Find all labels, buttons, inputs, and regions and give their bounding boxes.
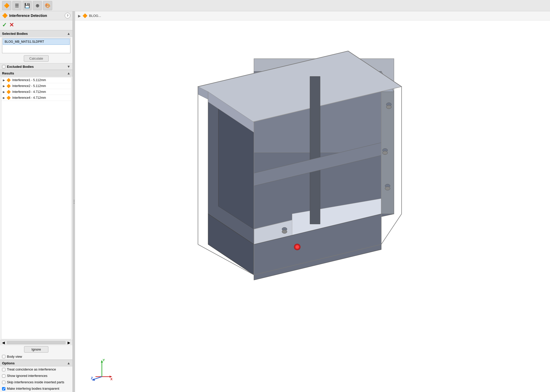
resize-dot-3: [74, 203, 74, 204]
body-view-row: Body view: [0, 354, 72, 360]
resize-dots: [74, 200, 74, 204]
option-row-4: Make interfering bodies transparent: [0, 386, 72, 392]
svg-text:Z: Z: [91, 376, 93, 380]
breadcrumb-arrow: ▶: [78, 14, 81, 18]
option-1-label: Treat coincidence as interference: [7, 367, 56, 372]
svg-point-28: [295, 245, 299, 249]
result-4-arrow: ▶: [3, 96, 5, 100]
results-chevron: ▲: [67, 71, 70, 75]
list-button[interactable]: ☰: [12, 1, 21, 10]
selected-bodies-chevron: ▲: [67, 31, 70, 36]
options-chevron: ▲: [67, 361, 70, 365]
option-row-2: Show ignored interferences: [0, 373, 72, 379]
3d-scene-svg: [75, 20, 550, 392]
resize-dot-1: [74, 200, 74, 201]
result-2-icon: 🔶: [6, 84, 11, 88]
result-3-arrow: ▶: [3, 90, 5, 94]
scroll-left-button[interactable]: ◀: [1, 341, 6, 345]
result-3-icon: 🔶: [6, 90, 11, 94]
option-row-1: Treat coincidence as interference: [0, 366, 72, 373]
svg-text:Y: Y: [103, 359, 105, 362]
results-header[interactable]: Results ▲: [0, 70, 72, 77]
result-1-arrow: ▶: [3, 79, 5, 82]
result-item-4[interactable]: ▶ 🔶 Interference4 - 4.712mm: [1, 95, 71, 101]
option-4-label: Make interfering bodies transparent: [7, 387, 59, 391]
scroll-right-button[interactable]: ▶: [67, 341, 71, 345]
save-button[interactable]: 💾: [23, 1, 32, 10]
body-view-checkbox[interactable]: [2, 355, 5, 358]
option-2-label: Show ignored interferences: [7, 374, 47, 378]
excluded-bodies-row[interactable]: Excluded Bodies ▼: [0, 63, 72, 70]
result-1-label: Interference1 - 5.112mm: [12, 78, 46, 82]
result-2-arrow: ▶: [3, 84, 5, 88]
excluded-bodies-label: Excluded Bodies: [7, 65, 67, 69]
option-2-checkbox[interactable]: [2, 374, 5, 378]
viewport-area: ▶ 🔶 BLOG... ⬡ 🔍 ↻ ◼ ▣: [75, 11, 550, 392]
result-4-icon: 🔶: [6, 96, 11, 100]
option-row-3: Skip interferences inside inserted parts: [0, 379, 72, 386]
svg-point-20: [386, 105, 391, 109]
axis-svg: Y X Z: [90, 359, 113, 382]
selected-bodies-title: Selected Bodies: [2, 32, 67, 36]
panel-title: Interference Detection: [9, 14, 63, 18]
results-list: ▶ 🔶 Interference1 - 5.112mm ▶ 🔶 Interfer…: [1, 77, 71, 339]
result-4-label: Interference4 - 4.712mm: [12, 96, 46, 100]
result-item-2[interactable]: ▶ 🔶 Interference2 - 5.112mm: [1, 83, 71, 89]
result-2-label: Interference2 - 5.112mm: [12, 84, 46, 88]
selected-body-item[interactable]: BLOG_MB_MATS1.SLDPRT: [3, 39, 70, 45]
resize-handle[interactable]: [73, 11, 75, 392]
confirm-button[interactable]: ✓: [2, 22, 7, 28]
breadcrumb-text: BLOG...: [89, 14, 101, 18]
selected-bodies-header[interactable]: Selected Bodies ▲: [0, 30, 72, 37]
result-3-label: Interference3 - 4.712mm: [12, 90, 46, 94]
cancel-button[interactable]: ✕: [9, 22, 14, 28]
selected-body-name: BLOG_MB_MATS1.SLDPRT: [5, 40, 44, 43]
axis-indicator: Y X Z: [90, 359, 113, 382]
top-toolbar: 🔶 ☰ 💾 ⊕ 🎨: [0, 0, 550, 11]
result-item-1[interactable]: ▶ 🔶 Interference1 - 5.112mm: [1, 77, 71, 83]
svg-point-24: [385, 187, 390, 190]
options-section: Options ▲ Treat coincidence as interfere…: [0, 360, 72, 392]
option-3-checkbox[interactable]: [2, 381, 5, 384]
interference-detection-icon: 🔶: [2, 13, 8, 18]
excluded-bodies-chevron: ▼: [67, 64, 70, 69]
option-3-label: Skip interferences inside inserted parts: [7, 380, 64, 385]
scrollbar-container: ◀ ▶: [0, 340, 72, 345]
result-item-3[interactable]: ▶ 🔶 Interference3 - 4.712mm: [1, 89, 71, 95]
body-view-label: Body view: [7, 355, 22, 358]
option-1-checkbox[interactable]: [2, 368, 5, 371]
calculate-button[interactable]: Calculate: [24, 55, 48, 62]
options-header[interactable]: Options ▲: [0, 360, 72, 366]
selected-bodies-list: BLOG_MB_MATS1.SLDPRT: [2, 38, 70, 53]
result-1-icon: 🔶: [6, 78, 11, 82]
viewport-3d[interactable]: ⬡ 🔍 ↻ ◼ ▣: [75, 20, 550, 392]
excluded-bodies-checkbox[interactable]: [2, 65, 5, 68]
parts-button[interactable]: 🔶: [2, 1, 11, 10]
svg-marker-17: [310, 77, 320, 224]
action-row: ✓ ✕: [0, 20, 72, 30]
breadcrumb-part-icon: 🔶: [82, 13, 88, 18]
panel-header: 🔶 Interference Detection ?: [0, 11, 72, 20]
breadcrumb-bar: ▶ 🔶 BLOG...: [75, 11, 550, 20]
results-section: Results ▲ ▶ 🔶 Interference1 - 5.112mm ▶ …: [0, 70, 72, 345]
svg-point-26: [282, 230, 287, 233]
scroll-track[interactable]: [7, 341, 66, 344]
resize-dot-2: [74, 201, 74, 202]
help-button[interactable]: ?: [65, 13, 70, 18]
target-button[interactable]: ⊕: [33, 1, 42, 10]
ignore-button[interactable]: Ignore: [24, 346, 48, 353]
main-layout: 🔶 Interference Detection ? ✓ ✕ Selected …: [0, 11, 550, 392]
options-title: Options: [2, 361, 67, 365]
svg-text:X: X: [110, 377, 113, 381]
color-button[interactable]: 🎨: [43, 1, 52, 10]
svg-point-22: [382, 151, 387, 155]
option-4-checkbox[interactable]: [2, 387, 5, 390]
results-title: Results: [2, 71, 67, 75]
left-panel: 🔶 Interference Detection ? ✓ ✕ Selected …: [0, 11, 73, 392]
